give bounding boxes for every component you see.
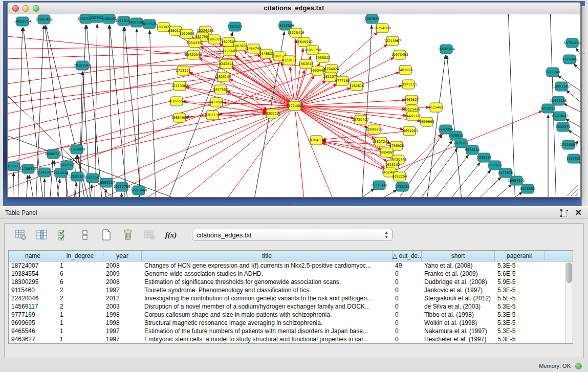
table-cell[interactable]: Yano et al. (2008) [422, 261, 495, 270]
graph-edge[interactable] [461, 170, 491, 197]
scrollbar-thumb[interactable] [567, 262, 572, 283]
table-cell[interactable]: 1 [57, 327, 103, 335]
toggle-rows-icon[interactable] [77, 227, 93, 243]
table-cell[interactable]: Jankovic et al. (1997) [422, 286, 495, 294]
minimize-window-icon[interactable] [23, 5, 29, 12]
column-header-name[interactable]: name [9, 251, 57, 261]
column-header-year[interactable]: year [103, 251, 142, 261]
graph-edge[interactable] [404, 134, 441, 172]
graph-edge[interactable] [574, 64, 580, 87]
table-cell[interactable]: 1 [57, 311, 103, 319]
table-cell[interactable]: 0 [393, 270, 422, 278]
graph-node[interactable]: 17016504 [560, 140, 577, 149]
table-cell[interactable]: 18724007 [9, 261, 57, 270]
graph-node[interactable]: 18300295 [264, 109, 280, 118]
column-header-title[interactable]: title [142, 251, 393, 261]
graph-edge[interactable] [29, 175, 34, 197]
table-cell[interactable]: 2 [57, 286, 103, 294]
graph-node[interactable]: 9884067 [380, 148, 395, 157]
graph-node[interactable]: 7462616 [350, 81, 364, 91]
table-cell[interactable]: 9777169 [9, 311, 57, 319]
table-cell[interactable]: 0 [393, 278, 422, 286]
memory-status-indicator[interactable] [575, 363, 582, 369]
graph-edge[interactable] [297, 112, 336, 197]
graph-edge[interactable] [472, 177, 501, 197]
graph-edge[interactable] [177, 110, 290, 197]
graph-node[interactable]: 12505135 [69, 172, 85, 181]
table-cell[interactable]: 5.3E-5 [495, 327, 545, 335]
graph-edge[interactable] [26, 175, 28, 197]
table-cell[interactable]: 5.3E-5 [495, 261, 545, 270]
graph-node[interactable]: 2803144 [216, 72, 231, 81]
graph-node[interactable]: 16958107 [98, 178, 115, 187]
graph-edge[interactable] [124, 27, 124, 197]
graph-node[interactable]: 12213967 [384, 36, 401, 46]
graph-edge[interactable] [290, 67, 294, 100]
graph-node[interactable]: 9699695 [420, 117, 434, 126]
graph-edge[interactable] [121, 193, 122, 197]
graph-node[interactable]: 18724007 [286, 101, 303, 111]
graph-edge[interactable] [352, 189, 374, 197]
graph-edge[interactable] [95, 24, 97, 197]
table-cell[interactable]: Tourette syndrome. Phenomenology and cla… [142, 286, 393, 294]
table-cell[interactable]: 9699695 [9, 319, 57, 327]
graph-node[interactable]: 9252254 [393, 172, 407, 181]
graph-node[interactable]: 15135141 [371, 181, 387, 190]
graph-node[interactable]: 22420046 [185, 50, 202, 59]
graph-node[interactable]: 8322037 [282, 56, 297, 65]
table-cell[interactable]: 18300295 [9, 278, 57, 286]
graph-edge[interactable] [371, 190, 397, 197]
graph-node[interactable]: 16782759 [113, 182, 130, 191]
table-row[interactable]: 2242004622012Investigating the contribut… [9, 294, 573, 302]
graph-edge[interactable] [579, 162, 580, 174]
table-cell[interactable]: de Silva et al. (2003) [422, 302, 495, 311]
table-cell[interactable]: 9115460 [9, 286, 57, 294]
table-row[interactable]: 946554611997Estimation of the future num… [9, 327, 573, 335]
table-cell[interactable]: 0 [393, 319, 422, 327]
graph-node[interactable]: 19654908 [171, 113, 188, 122]
graph-node[interactable]: 8267130 [205, 111, 220, 120]
graph-edge[interactable] [416, 148, 458, 197]
table-cell[interactable]: 1 [57, 319, 103, 327]
table-cell[interactable]: Estimation of significance thresholds fo… [142, 278, 393, 286]
graph-node[interactable]: 7955812 [316, 53, 331, 62]
graph-node[interactable]: 16210643 [551, 112, 568, 121]
graph-edge[interactable] [110, 25, 128, 197]
table-cell[interactable]: 1 [57, 261, 103, 270]
split-pane-handle[interactable] [288, 203, 293, 205]
table-cell[interactable]: 0 [393, 335, 422, 343]
graph-node[interactable]: 8215955 [541, 104, 556, 113]
create-table-icon[interactable] [99, 227, 114, 243]
select-all-columns-icon[interactable] [56, 227, 71, 243]
graph-edge[interactable] [86, 25, 102, 197]
graph-node[interactable]: 9777169 [335, 76, 350, 85]
graph-node[interactable]: 9463627 [404, 95, 419, 104]
graph-node[interactable]: 12093582 [553, 82, 570, 91]
graph-node[interactable]: 9227343 [546, 68, 560, 77]
graph-node[interactable]: 17359928 [68, 145, 85, 154]
graph-edge[interactable] [295, 39, 296, 100]
graph-node[interactable]: 15751074 [563, 38, 580, 48]
column-header-short[interactable]: short [422, 251, 495, 261]
graph-edge[interactable] [295, 112, 304, 197]
vertical-scrollbar[interactable] [565, 261, 573, 344]
table-cell[interactable]: Disruption of a novel member of a sodium… [142, 302, 393, 311]
graph-node[interactable]: 9115460 [429, 103, 444, 112]
graph-node[interactable]: 16154808 [374, 24, 390, 33]
graph-node[interactable]: 18640910 [295, 37, 312, 47]
table-cell[interactable]: Stergiakouli et al. (2012) [422, 294, 495, 302]
graph-edge[interactable] [430, 155, 469, 198]
table-cell[interactable]: 5.6E-5 [495, 270, 545, 278]
table-cell[interactable]: 0 [393, 286, 422, 294]
graph-node[interactable]: 9990448 [311, 66, 325, 75]
table-cell[interactable]: 5.3E-5 [495, 286, 545, 294]
graph-node[interactable]: 19384554 [308, 136, 324, 145]
table-cell[interactable]: Tibbo et al. (1998) [422, 311, 495, 319]
float-panel-icon[interactable] [560, 209, 568, 217]
graph-edge[interactable] [137, 29, 140, 197]
table-row[interactable]: 1938455462009Genome-wide association stu… [9, 270, 573, 278]
table-cell[interactable]: Franke et al. (2009) [422, 270, 495, 278]
network-canvas[interactable]: 1872400718300295193845541405571420691406… [8, 14, 580, 197]
table-cell[interactable]: 1997 [103, 286, 142, 294]
table-cell[interactable]: Corpus callosum shape and size in male p… [142, 311, 393, 319]
